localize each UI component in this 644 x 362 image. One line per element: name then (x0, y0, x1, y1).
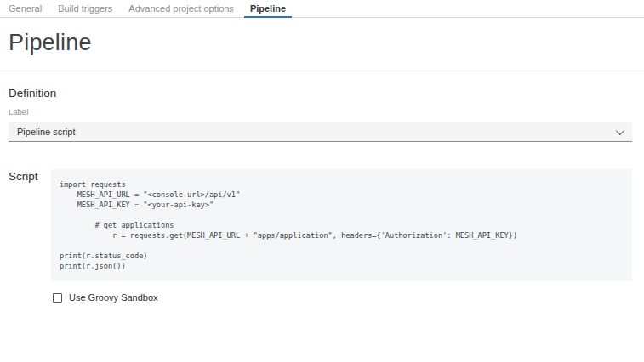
tab-general[interactable]: General (9, 0, 42, 17)
script-heading: Script (9, 169, 51, 183)
tab-pipeline[interactable]: Pipeline (250, 0, 286, 17)
sandbox-row: Use Groovy Sandbox (53, 292, 644, 303)
script-section: Script import requests MESH_API_URL = "<… (9, 169, 632, 281)
definition-section: Definition Label Pipeline script (0, 87, 644, 142)
definition-field-label: Label (9, 107, 644, 116)
config-tabbar: General Build triggers Advanced project … (0, 0, 644, 18)
chevron-down-icon[interactable] (616, 127, 624, 135)
tab-advanced-project-options[interactable]: Advanced project options (128, 0, 234, 17)
definition-heading: Definition (9, 87, 644, 99)
divider (0, 71, 644, 71)
use-groovy-sandbox-checkbox[interactable] (53, 293, 62, 303)
pipeline-script-editor[interactable]: import requests MESH_API_URL = "<console… (51, 169, 632, 281)
tab-build-triggers[interactable]: Build triggers (58, 0, 112, 17)
pipeline-script-code: import requests MESH_API_URL = "<console… (60, 179, 624, 271)
page-title: Pipeline (9, 30, 644, 56)
definition-dropdown-value: Pipeline script (17, 127, 616, 137)
use-groovy-sandbox-label[interactable]: Use Groovy Sandbox (69, 292, 158, 303)
definition-dropdown[interactable]: Pipeline script (9, 122, 632, 142)
